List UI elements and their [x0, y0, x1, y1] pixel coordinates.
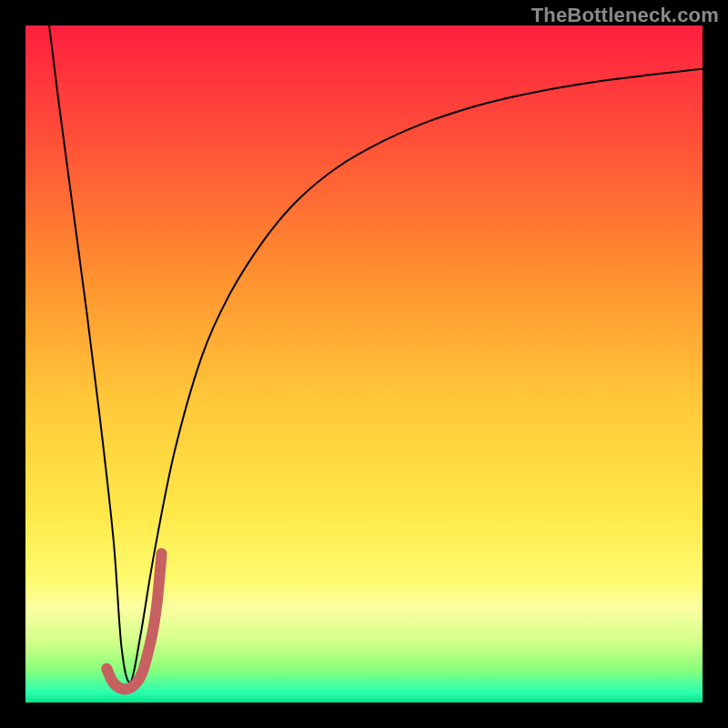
chart-plot-area: [25, 25, 703, 703]
chart-background: [25, 25, 703, 703]
chart-svg: [25, 25, 703, 703]
watermark-label: TheBottleneck.com: [531, 4, 719, 27]
chart-frame: TheBottleneck.com: [0, 0, 728, 728]
